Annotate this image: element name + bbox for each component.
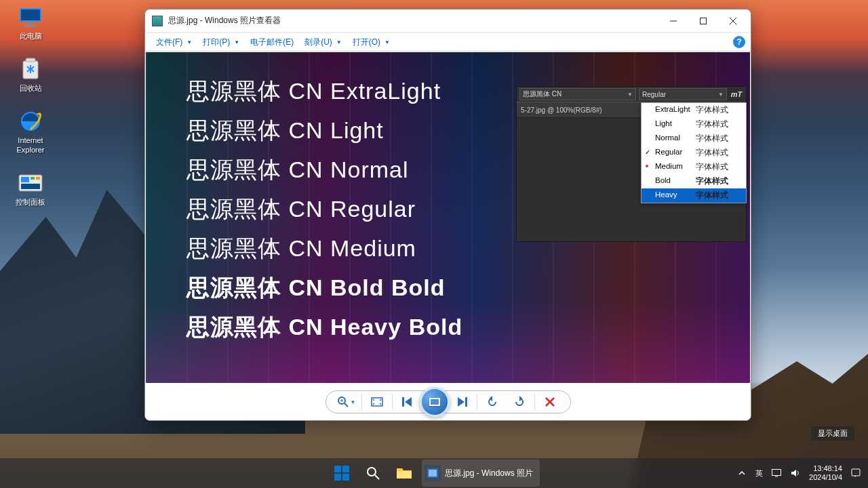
photo-viewer-window: 思源.jpg - Windows 照片查看器 文件(F)▼ 打印(P)▼ 电子邮… — [144, 9, 751, 421]
control-bar: ▼ — [145, 384, 751, 420]
font-sample: 思源黑体 CN Light — [186, 115, 462, 146]
desktop-icon-label: 控制面板 — [16, 198, 45, 207]
style-option-medium: Medium字体样式 — [642, 160, 746, 174]
search-button[interactable] — [359, 460, 387, 487]
desktop-icon-control-panel[interactable]: 控制面板 — [7, 169, 54, 207]
style-option-light: Light字体样式 — [642, 117, 746, 131]
desktop-icon-ie[interactable]: Internet Explorer — [7, 108, 54, 154]
svg-line-32 — [375, 475, 379, 479]
style-option-normal: Normal字体样式 — [642, 131, 746, 146]
image-viewport: 思源黑体 CN ExtraLight 思源黑体 CN Light 思源黑体 CN… — [146, 52, 750, 383]
desktop-icon-this-pc[interactable]: 此电脑 — [7, 3, 54, 41]
svg-rect-11 — [21, 184, 40, 189]
font-sample: 思源黑体 CN Normal — [186, 155, 462, 186]
photo-controls: ▼ — [326, 390, 571, 413]
app-icon — [152, 16, 163, 26]
menu-open[interactable]: 打开(O)▼ — [347, 35, 395, 50]
svg-rect-38 — [852, 469, 860, 476]
svg-rect-1 — [21, 9, 40, 20]
desktop-icon-label: 此电脑 — [20, 32, 42, 41]
chevron-down-icon: ▼ — [336, 39, 342, 45]
recycle-icon — [17, 56, 44, 83]
style-option-regular: ✓Regular字体样式 — [642, 146, 746, 160]
desktop-icons: 此电脑 回收站 Internet Explorer 控制面板 — [7, 3, 54, 222]
help-icon[interactable]: ? — [733, 36, 745, 48]
svg-rect-30 — [342, 474, 349, 481]
svg-rect-28 — [342, 466, 349, 472]
svg-rect-29 — [334, 474, 341, 481]
taskbar: 思源.jpg - Windows 照片 英 13:48:14 2024/10/4 — [0, 458, 868, 488]
desktop-icon-recycle-bin[interactable]: 回收站 — [7, 56, 54, 93]
chevron-down-icon: ▼ — [627, 92, 633, 98]
ime-indicator[interactable]: 英 — [755, 468, 763, 479]
titlebar[interactable]: 思源.jpg - Windows 照片查看器 — [145, 9, 751, 33]
svg-rect-36 — [772, 470, 781, 476]
desktop-icon-label: Internet Explorer — [17, 136, 45, 154]
show-desktop-tooltip: 显示桌面 — [811, 426, 854, 441]
rotate-right-button[interactable] — [506, 392, 533, 412]
system-tray: 英 13:48:14 2024/10/4 — [736, 464, 868, 481]
volume-icon[interactable] — [790, 468, 801, 479]
taskbar-app-title: 思源.jpg - Windows 照片 — [445, 468, 533, 479]
font-sample-list: 思源黑体 CN ExtraLight 思源黑体 CN Light 思源黑体 CN… — [186, 76, 462, 351]
chevron-down-icon: ▼ — [234, 39, 239, 45]
app-thumb-icon — [425, 465, 441, 481]
clock-time: 13:48:14 — [809, 464, 842, 473]
ie-icon — [17, 108, 44, 135]
menubar: 文件(F)▼ 打印(P)▼ 电子邮件(E) 刻录(U)▼ 打开(O)▼ ? — [145, 33, 751, 52]
window-title: 思源.jpg - Windows 照片查看器 — [168, 15, 281, 26]
svg-rect-33 — [397, 471, 412, 479]
chevron-down-icon: ▼ — [718, 92, 724, 98]
svg-rect-8 — [21, 177, 29, 182]
font-family-combo: 思源黑体 CN▼ — [519, 88, 636, 100]
svg-rect-35 — [429, 470, 437, 476]
style-option-bold: Bold字体样式 — [642, 174, 746, 188]
style-option-extralight: ExtraLight字体样式 — [642, 103, 746, 117]
svg-rect-24 — [465, 397, 467, 407]
svg-rect-9 — [31, 177, 35, 180]
svg-rect-3 — [25, 26, 36, 27]
tray-display-icon[interactable] — [771, 468, 782, 479]
fit-button[interactable] — [363, 392, 391, 412]
font-sample: 思源黑体 CN Regular — [186, 194, 462, 225]
close-button[interactable] — [718, 11, 748, 31]
zoom-button[interactable]: ▼ — [333, 392, 360, 412]
svg-rect-23 — [431, 399, 439, 405]
rotate-left-button[interactable] — [479, 392, 506, 412]
menu-email[interactable]: 电子邮件(E) — [245, 35, 299, 50]
chevron-down-icon: ▼ — [351, 399, 356, 405]
font-style-menu: ExtraLight字体样式Light字体样式Normal字体样式✓Regula… — [641, 102, 747, 203]
menu-burn[interactable]: 刻录(U)▼ — [299, 35, 347, 50]
clock-date: 2024/10/4 — [809, 473, 842, 482]
svg-rect-21 — [402, 397, 404, 407]
menu-file[interactable]: 文件(F)▼ — [151, 35, 197, 50]
chevron-down-icon: ▼ — [384, 39, 390, 45]
desktop-icon-label: 回收站 — [20, 84, 42, 93]
text-tool-icon: тT — [730, 88, 743, 100]
control-panel-icon — [17, 169, 44, 197]
svg-point-31 — [368, 468, 376, 476]
taskbar-app-photo-viewer[interactable]: 思源.jpg - Windows 照片 — [422, 460, 540, 487]
pc-icon — [17, 3, 44, 30]
font-style-combo: Regular▼ — [639, 88, 727, 100]
minimize-button[interactable] — [658, 11, 688, 31]
notification-icon[interactable] — [850, 468, 861, 479]
slideshow-button[interactable] — [420, 387, 450, 417]
svg-rect-13 — [701, 18, 707, 24]
tray-chevron-icon[interactable] — [736, 468, 747, 479]
menu-print[interactable]: 打印(P)▼ — [197, 35, 245, 50]
previous-button[interactable] — [394, 392, 421, 412]
svg-rect-2 — [28, 23, 33, 26]
svg-line-17 — [344, 403, 348, 407]
font-sample: 思源黑体 CN Heavy Bold — [186, 312, 462, 343]
start-button[interactable] — [328, 460, 355, 487]
svg-rect-10 — [36, 177, 40, 180]
maximize-button[interactable] — [688, 11, 718, 31]
next-button[interactable] — [448, 392, 475, 412]
clock[interactable]: 13:48:14 2024/10/4 — [809, 464, 842, 481]
font-sample: 思源黑体 CN Medium — [186, 233, 462, 264]
font-sample: 思源黑体 CN Bold Bold — [186, 272, 462, 304]
delete-button[interactable] — [536, 392, 564, 412]
svg-rect-27 — [334, 466, 341, 472]
file-explorer-button[interactable] — [391, 460, 418, 487]
